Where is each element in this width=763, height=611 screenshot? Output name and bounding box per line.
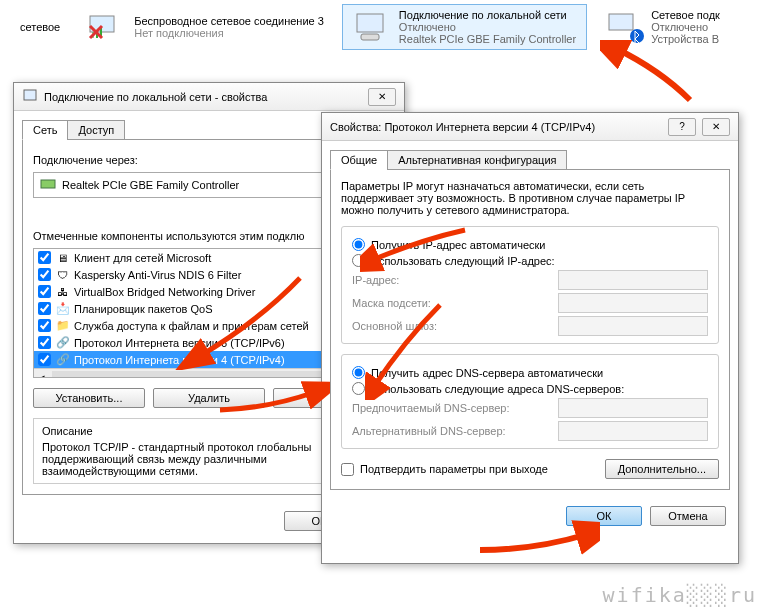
conn-status: Отключено: [651, 21, 720, 33]
intro-text: Параметры IP могут назначаться автоматич…: [341, 180, 719, 216]
radio-auto-dns[interactable]: [352, 366, 365, 379]
radio-static-dns[interactable]: [352, 382, 365, 395]
item-check[interactable]: [38, 251, 51, 264]
tab-panel: Параметры IP могут назначаться автоматич…: [330, 169, 730, 490]
titlebar: Свойства: Протокол Интернета версии 4 (T…: [322, 113, 738, 141]
item-check[interactable]: [38, 319, 51, 332]
tab-alternate[interactable]: Альтернативная конфигурация: [387, 150, 567, 170]
tab-general[interactable]: Общие: [330, 150, 388, 170]
connection-wifi[interactable]: Беспроводное сетевое соединение 3 Нет по…: [78, 4, 334, 50]
adapter-name: Realtek PCIe GBE Family Controller: [62, 179, 239, 191]
titlebar: Подключение по локальной сети - свойства…: [14, 83, 404, 111]
ip-label: IP-адрес:: [352, 274, 399, 286]
remove-button[interactable]: Удалить: [153, 388, 265, 408]
service-icon: 🛡: [55, 267, 70, 282]
network-adapter-icon: [22, 88, 38, 106]
connection-tile-template: сетевое: [10, 4, 70, 50]
item-label: VirtualBox Bridged Networking Driver: [74, 286, 255, 298]
dialog-buttons: ОК Отмена: [322, 498, 738, 536]
nic-icon: [40, 177, 56, 193]
install-button[interactable]: Установить...: [33, 388, 145, 408]
radio-auto-ip[interactable]: [352, 238, 365, 251]
service-icon: 🖧: [55, 284, 70, 299]
conn-title: Беспроводное сетевое соединение 3: [134, 15, 324, 27]
dns2-label: Альтернативный DNS-сервер:: [352, 425, 506, 437]
conn-device: Устройства B: [651, 33, 720, 45]
cancel-button[interactable]: Отмена: [650, 506, 726, 526]
dns-group: Получить адрес DNS-сервера автоматически…: [341, 354, 719, 449]
item-label: Планировщик пакетов QoS: [74, 303, 213, 315]
confirm-checkbox[interactable]: [341, 463, 354, 476]
svg-rect-5: [357, 14, 383, 32]
svg-rect-10: [41, 180, 55, 188]
svg-rect-7: [609, 14, 633, 30]
confirm-checkbox-row[interactable]: Подтвердить параметры при выходе: [341, 463, 548, 476]
item-check[interactable]: [38, 336, 51, 349]
ip-input: [558, 270, 708, 290]
wifi-icon: [88, 9, 128, 45]
item-check[interactable]: [38, 285, 51, 298]
item-check[interactable]: [38, 268, 51, 281]
item-label: Протокол Интернета версии 6 (TCP/IPv6): [74, 337, 285, 349]
window-ipv4-properties: Свойства: Протокол Интернета версии 4 (T…: [321, 112, 739, 564]
conn-title: Сетевое подк: [651, 9, 720, 21]
network-connections-row: сетевое Беспроводное сетевое соединение …: [0, 0, 763, 54]
window-title: Подключение по локальной сети - свойства: [44, 91, 362, 103]
radio-static-ip[interactable]: [352, 254, 365, 267]
connection-bt[interactable]: Сетевое подк Отключено Устройства B: [595, 4, 730, 50]
confirm-label: Подтвердить параметры при выходе: [360, 463, 548, 475]
item-check[interactable]: [38, 302, 51, 315]
svg-rect-9: [24, 90, 36, 100]
radio-label: Использовать следующий IP-адрес:: [371, 255, 555, 267]
gateway-input: [558, 316, 708, 336]
dns2-input: [558, 421, 708, 441]
bluetooth-icon: [605, 9, 645, 45]
protocol-icon: 🔗: [55, 352, 70, 367]
label: сетевое: [20, 21, 60, 33]
conn-title: Подключение по локальной сети: [399, 9, 576, 21]
radio-label: Получить IP-адрес автоматически: [371, 239, 545, 251]
tab-network[interactable]: Сеть: [22, 120, 68, 140]
service-icon: 📩: [55, 301, 70, 316]
conn-status: Нет подключения: [134, 27, 324, 39]
svg-rect-6: [361, 34, 379, 40]
tabs: Общие Альтернативная конфигурация: [330, 149, 730, 169]
item-label: Клиент для сетей Microsoft: [74, 252, 211, 264]
ip-group: Получить IP-адрес автоматически Использо…: [341, 226, 719, 344]
close-button[interactable]: ✕: [368, 88, 396, 106]
conn-status: Отключено: [399, 21, 576, 33]
dns1-input: [558, 398, 708, 418]
window-title: Свойства: Протокол Интернета версии 4 (T…: [330, 121, 662, 133]
watermark: wifika░░░ru: [603, 583, 757, 607]
connection-lan[interactable]: Подключение по локальной сети Отключено …: [342, 4, 587, 50]
radio-label: Использовать следующие адреса DNS-сервер…: [371, 383, 624, 395]
conn-device: Realtek PCIe GBE Family Controller: [399, 33, 576, 45]
close-button[interactable]: ✕: [702, 118, 730, 136]
item-check[interactable]: [38, 353, 51, 366]
lan-icon: [353, 9, 393, 45]
item-label: Kaspersky Anti-Virus NDIS 6 Filter: [74, 269, 241, 281]
advanced-button[interactable]: Дополнительно...: [605, 459, 719, 479]
service-icon: 📁: [55, 318, 70, 333]
radio-label: Получить адрес DNS-сервера автоматически: [371, 367, 603, 379]
item-label: Служба доступа к файлам и принтерам сете…: [74, 320, 309, 332]
dns1-label: Предпочитаемый DNS-сервер:: [352, 402, 509, 414]
tab-access[interactable]: Доступ: [67, 120, 125, 140]
help-button[interactable]: ?: [668, 118, 696, 136]
mask-label: Маска подсети:: [352, 297, 431, 309]
client-icon: 🖥: [55, 250, 70, 265]
mask-input: [558, 293, 708, 313]
item-label: Протокол Интернета версии 4 (TCP/IPv4): [74, 354, 285, 366]
gateway-label: Основной шлюз:: [352, 320, 437, 332]
ok-button[interactable]: ОК: [566, 506, 642, 526]
protocol-icon: 🔗: [55, 335, 70, 350]
